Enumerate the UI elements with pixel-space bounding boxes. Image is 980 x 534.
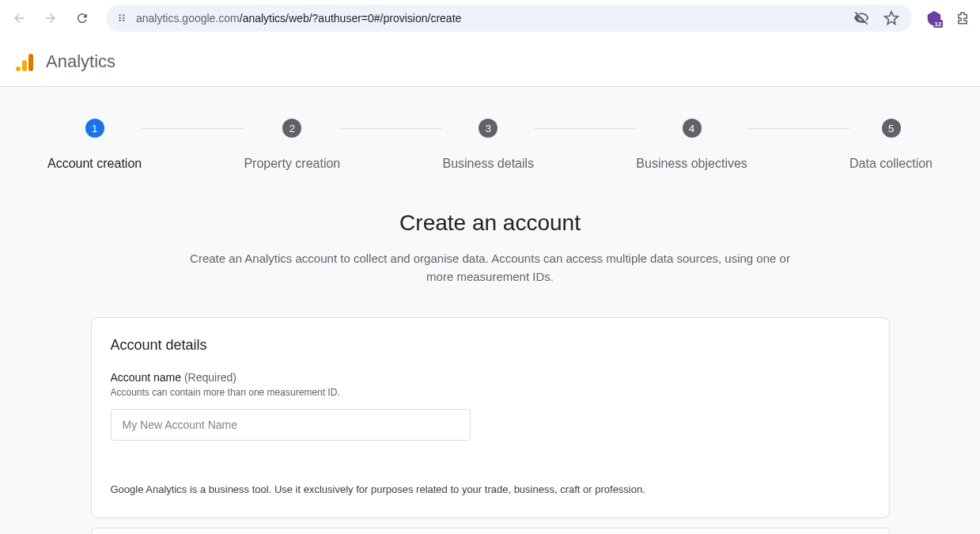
account-name-label: Account name (Required) xyxy=(111,371,870,384)
step-property-creation[interactable]: 2 Property creation xyxy=(244,119,340,171)
step-label: Business objectives xyxy=(636,157,747,171)
extension-badge: 12 xyxy=(933,20,943,28)
account-name-hint: Accounts can contain more than one measu… xyxy=(111,387,870,398)
reload-button[interactable] xyxy=(70,6,95,31)
step-connector xyxy=(340,128,442,129)
main-content: 1 Account creation 2 Property creation 3… xyxy=(0,87,980,534)
page-title: Create an account xyxy=(16,210,964,236)
app-name: Analytics xyxy=(46,51,115,72)
step-account-creation[interactable]: 1 Account creation xyxy=(47,119,142,171)
next-card-peek xyxy=(91,528,890,534)
step-number: 5 xyxy=(882,119,901,138)
step-label: Data collection xyxy=(849,157,933,171)
stepper: 1 Account creation 2 Property creation 3… xyxy=(0,87,980,187)
step-label: Property creation xyxy=(244,157,340,171)
analytics-logo-icon xyxy=(16,52,35,71)
account-name-input[interactable] xyxy=(111,409,471,441)
back-button[interactable] xyxy=(6,6,32,31)
card-title: Account details xyxy=(111,337,870,354)
browser-toolbar: analytics.google.com/analytics/web/?auth… xyxy=(0,0,980,36)
step-number: 1 xyxy=(85,119,104,138)
step-number: 2 xyxy=(282,119,301,138)
forward-button[interactable] xyxy=(38,6,63,31)
account-details-card: Account details Account name (Required) … xyxy=(91,317,890,518)
eye-off-icon[interactable] xyxy=(850,7,872,29)
step-number: 4 xyxy=(683,119,702,138)
step-label: Business details xyxy=(442,157,534,171)
site-settings-icon[interactable] xyxy=(115,12,128,25)
step-connector xyxy=(747,128,849,129)
step-number: 3 xyxy=(479,119,498,138)
disclaimer-text: Google Analytics is a business tool. Use… xyxy=(111,483,870,495)
step-label: Account creation xyxy=(47,157,142,171)
step-connector xyxy=(534,128,636,129)
step-business-details[interactable]: 3 Business details xyxy=(442,119,534,171)
page-subtitle: Create an Analytics account to collect a… xyxy=(182,250,799,286)
extension-icon[interactable]: 12 xyxy=(923,7,945,29)
extensions-icon[interactable] xyxy=(952,7,974,29)
step-business-objectives[interactable]: 4 Business objectives xyxy=(636,119,747,171)
step-connector xyxy=(142,128,244,129)
url-text: analytics.google.com/analytics/web/?auth… xyxy=(136,12,842,25)
address-bar[interactable]: analytics.google.com/analytics/web/?auth… xyxy=(106,5,912,32)
page-heading: Create an account Create an Analytics ac… xyxy=(0,187,980,294)
star-icon[interactable] xyxy=(880,7,902,29)
step-data-collection[interactable]: 5 Data collection xyxy=(849,119,933,171)
app-header: Analytics xyxy=(0,36,980,87)
